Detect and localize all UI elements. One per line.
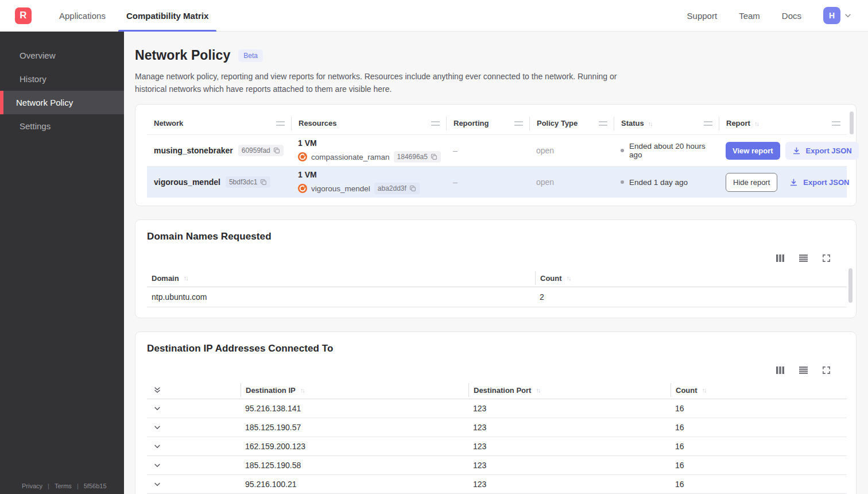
column-header-policy-type[interactable]: Policy Type xyxy=(529,117,614,130)
primary-tabs: Applications Compatibility Matrix xyxy=(51,0,216,32)
table-toolbar xyxy=(147,366,831,375)
copy-icon[interactable] xyxy=(409,185,416,192)
destination-port-value: 123 xyxy=(468,480,671,489)
export-json-button[interactable]: Export JSON xyxy=(782,173,856,191)
sort-icon[interactable]: ↑↓ xyxy=(754,120,758,127)
column-resize-handle-icon[interactable] xyxy=(514,121,523,126)
nav-right: Support Team Docs H xyxy=(687,7,852,24)
network-name: musing_stonebraker xyxy=(154,146,233,155)
column-header-destination-port[interactable]: Destination Port ↑↓ xyxy=(468,383,671,397)
sort-icon[interactable]: ↑↓ xyxy=(702,387,706,393)
team-link[interactable]: Team xyxy=(739,11,760,21)
column-header-domain[interactable]: Domain ↑↓ xyxy=(147,271,535,285)
column-resize-handle-icon[interactable] xyxy=(431,121,440,126)
column-header-count[interactable]: Count ↑↓ xyxy=(535,271,847,285)
chevron-down-icon xyxy=(153,480,161,488)
column-header-resources[interactable]: Resources xyxy=(291,117,446,130)
count-value: 16 xyxy=(671,442,847,451)
row-expand-button[interactable] xyxy=(147,461,241,469)
chevron-down-icon xyxy=(153,442,161,450)
column-header-reporting[interactable]: Reporting xyxy=(446,117,529,130)
avatar: H xyxy=(823,7,840,24)
ip-row[interactable]: 185.125.190.58 123 16 xyxy=(147,456,847,475)
app-logo[interactable]: R xyxy=(15,7,32,24)
sidebar-item-settings[interactable]: Settings xyxy=(0,114,124,138)
count-value: 16 xyxy=(671,461,847,470)
destination-port-value: 123 xyxy=(468,423,671,432)
columns-icon[interactable] xyxy=(776,254,785,263)
copy-icon[interactable] xyxy=(431,153,437,160)
column-resize-handle-icon[interactable] xyxy=(599,121,607,126)
row-expand-button[interactable] xyxy=(147,423,241,431)
sidebar-item-network-policy[interactable]: Network Policy xyxy=(0,91,124,114)
copy-icon[interactable] xyxy=(260,179,267,186)
docs-link[interactable]: Docs xyxy=(782,11,801,21)
columns-icon[interactable] xyxy=(776,366,785,375)
sidebar-footer: Privacy | Terms | 5f56b15 xyxy=(0,483,124,489)
sort-icon[interactable]: ↑↓ xyxy=(536,387,540,393)
scrollbar-thumb[interactable] xyxy=(848,268,852,303)
privacy-link[interactable]: Privacy xyxy=(22,483,42,489)
column-header-count[interactable]: Count ↑↓ xyxy=(671,383,847,397)
vm-id-badge: aba2dd3f xyxy=(374,183,420,194)
vm-name: vigorous_mendel xyxy=(311,184,370,193)
network-row[interactable]: vigorous_mendel 5bdf3dc1 1 VM xyxy=(147,166,847,198)
vm-qemu-icon xyxy=(298,184,307,193)
top-nav: R Applications Compatibility Matrix Supp… xyxy=(0,0,868,32)
card-title: Domain Names Requested xyxy=(147,231,847,242)
domain-row[interactable]: ntp.ubuntu.com 2 xyxy=(147,287,847,307)
column-resize-handle-icon[interactable] xyxy=(832,121,840,126)
resources-count: 1 VM xyxy=(298,138,439,148)
sort-icon[interactable]: ↑↓ xyxy=(648,120,652,127)
domains-table-header: Domain ↑↓ Count ↑↓ xyxy=(147,269,847,287)
tab-applications[interactable]: Applications xyxy=(51,0,114,32)
fullscreen-icon[interactable] xyxy=(822,254,831,263)
row-expand-button[interactable] xyxy=(147,480,241,488)
sort-icon[interactable]: ↑↓ xyxy=(184,275,188,281)
tab-compatibility-matrix[interactable]: Compatibility Matrix xyxy=(118,0,216,32)
reporting-value: – xyxy=(446,177,529,187)
ip-row[interactable]: 95.216.100.21 123 16 xyxy=(147,475,847,494)
count-value: 16 xyxy=(671,423,847,432)
download-icon xyxy=(789,178,798,187)
copy-icon[interactable] xyxy=(273,147,280,154)
view-report-button[interactable]: View report xyxy=(726,142,780,160)
column-header-status[interactable]: Status↑↓ xyxy=(614,117,719,130)
sort-icon[interactable]: ↑↓ xyxy=(300,387,304,393)
expand-all-header[interactable] xyxy=(147,383,241,397)
row-density-icon[interactable] xyxy=(799,254,808,263)
user-menu[interactable]: H xyxy=(823,7,852,24)
count-value: 16 xyxy=(671,404,847,413)
destination-port-value: 123 xyxy=(468,461,671,470)
destination-ips-card: Destination IP Addresses Connected To xyxy=(135,331,857,494)
ip-row[interactable]: 162.159.200.123 123 16 xyxy=(147,437,847,456)
row-density-icon[interactable] xyxy=(799,366,808,375)
destination-ip-value: 185.125.190.58 xyxy=(241,461,468,470)
sidebar-item-overview[interactable]: Overview xyxy=(0,44,124,67)
sort-icon[interactable]: ↑↓ xyxy=(567,275,571,281)
hide-report-button[interactable]: Hide report xyxy=(726,173,777,192)
count-value: 16 xyxy=(671,480,847,489)
column-header-report[interactable]: Report↑↓ xyxy=(719,117,847,130)
network-name: vigorous_mendel xyxy=(154,177,220,187)
ip-row[interactable]: 185.125.190.57 123 16 xyxy=(147,418,847,437)
status-text: Ended 1 day ago xyxy=(629,178,688,187)
chevron-down-icon xyxy=(844,11,852,20)
export-json-button[interactable]: Export JSON xyxy=(785,142,859,160)
column-header-network[interactable]: Network xyxy=(147,117,291,130)
ip-row[interactable]: 95.216.138.141 123 16 xyxy=(147,399,847,418)
fullscreen-icon[interactable] xyxy=(822,366,831,375)
vm-id-badge: 184696a5 xyxy=(394,151,441,163)
row-expand-button[interactable] xyxy=(147,404,241,412)
row-expand-button[interactable] xyxy=(147,442,241,450)
sidebar-item-history[interactable]: History xyxy=(0,67,124,91)
terms-link[interactable]: Terms xyxy=(55,483,72,489)
column-resize-handle-icon[interactable] xyxy=(276,121,285,126)
column-header-destination-ip[interactable]: Destination IP ↑↓ xyxy=(241,383,468,397)
network-row[interactable]: musing_stonebraker 60959fad 1 VM xyxy=(147,134,847,166)
resources-count: 1 VM xyxy=(298,170,439,179)
double-chevron-down-icon xyxy=(153,386,161,394)
scrollbar-thumb[interactable] xyxy=(850,111,854,134)
support-link[interactable]: Support xyxy=(687,11,718,21)
column-resize-handle-icon[interactable] xyxy=(704,121,712,126)
